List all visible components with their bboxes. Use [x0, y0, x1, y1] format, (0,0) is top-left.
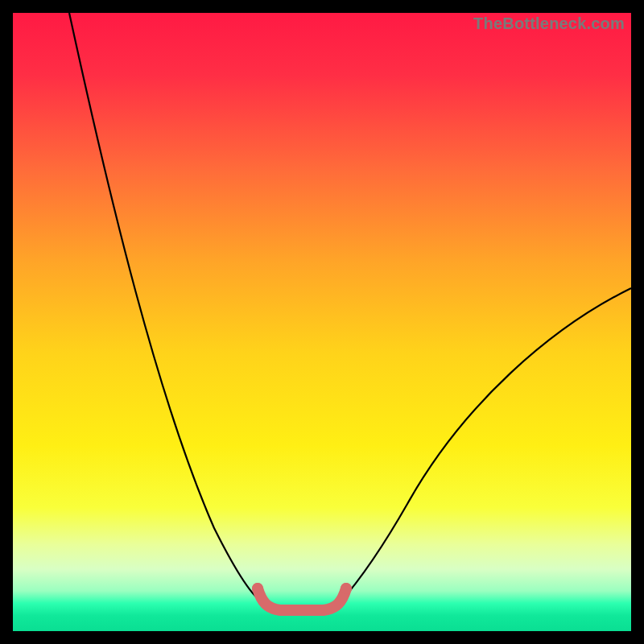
bottleneck-curve: [13, 13, 631, 631]
trough-arc: [258, 588, 346, 610]
chart-frame: TheBottleneck.com: [0, 0, 644, 644]
trough-endpoint: [252, 583, 263, 594]
watermark-text: TheBottleneck.com: [473, 14, 625, 33]
optimal-zone-marker: [252, 583, 352, 610]
plot-area: [13, 13, 631, 631]
curve-left-branch: [69, 13, 264, 603]
trough-endpoint: [341, 583, 352, 594]
curve-right-branch: [340, 288, 631, 603]
